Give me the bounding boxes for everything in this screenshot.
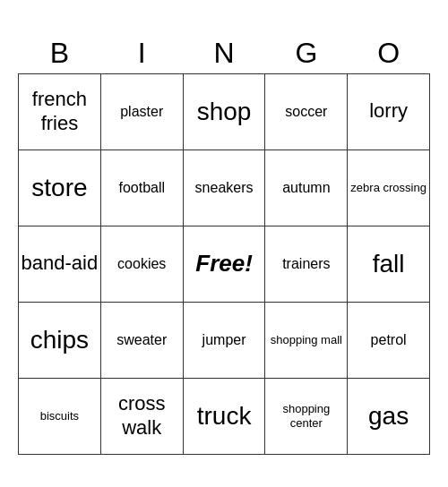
bingo-header-B: B xyxy=(19,33,101,74)
cell-text-0-0: french fries xyxy=(21,88,99,135)
bingo-cell-1-3: autumn xyxy=(265,150,348,226)
bingo-card: BINGO french friesplastershopsoccerlorry… xyxy=(18,33,430,455)
cell-text-0-1: plaster xyxy=(103,103,181,120)
cell-text-1-2: sneakers xyxy=(185,179,263,196)
cell-text-2-3: trainers xyxy=(267,255,345,272)
cell-text-4-3: shopping center xyxy=(267,402,345,430)
bingo-cell-4-2: truck xyxy=(183,378,265,454)
bingo-cell-4-3: shopping center xyxy=(265,378,348,454)
cell-text-3-3: shopping mall xyxy=(267,333,345,347)
cell-text-3-1: sweater xyxy=(103,331,181,348)
bingo-row-2: band-aidcookiesFree!trainersfall xyxy=(19,226,430,302)
bingo-cell-3-0: chips xyxy=(19,302,101,378)
bingo-header-O: O xyxy=(348,33,430,74)
bingo-cell-1-4: zebra crossing xyxy=(348,150,430,226)
bingo-cell-2-2: Free! xyxy=(183,226,265,302)
cell-text-4-0: biscuits xyxy=(21,409,99,423)
bingo-header-I: I xyxy=(100,33,183,74)
bingo-cell-0-0: french fries xyxy=(19,73,101,150)
bingo-row-3: chipssweaterjumpershopping mallpetrol xyxy=(19,302,430,378)
cell-text-0-2: shop xyxy=(185,97,263,127)
cell-text-3-4: petrol xyxy=(349,331,427,348)
bingo-cell-4-0: biscuits xyxy=(19,378,101,454)
bingo-cell-3-2: jumper xyxy=(183,302,265,378)
bingo-cell-0-2: shop xyxy=(183,73,265,150)
cell-text-3-0: chips xyxy=(21,325,99,355)
bingo-cell-4-4: gas xyxy=(348,378,430,454)
cell-text-2-0: band-aid xyxy=(21,252,99,275)
bingo-cell-2-3: trainers xyxy=(265,226,348,302)
cell-text-4-2: truck xyxy=(185,401,263,431)
cell-text-1-0: store xyxy=(21,173,99,203)
bingo-cell-0-3: soccer xyxy=(265,73,348,150)
bingo-row-4: biscuitscross walktruckshopping centerga… xyxy=(19,378,430,454)
cell-text-2-4: fall xyxy=(349,249,427,279)
bingo-cell-3-3: shopping mall xyxy=(265,302,348,378)
bingo-cell-0-1: plaster xyxy=(100,73,183,150)
bingo-cell-3-1: sweater xyxy=(100,302,183,378)
bingo-row-1: storefootballsneakersautumnzebra crossin… xyxy=(19,150,430,226)
cell-text-0-4: lorry xyxy=(349,99,427,123)
cell-text-0-3: soccer xyxy=(267,103,345,120)
bingo-cell-2-4: fall xyxy=(348,226,430,302)
cell-text-2-1: cookies xyxy=(103,255,181,272)
bingo-cell-1-2: sneakers xyxy=(183,150,265,226)
bingo-cell-1-0: store xyxy=(19,150,101,226)
bingo-cell-1-1: football xyxy=(100,150,183,226)
cell-text-1-3: autumn xyxy=(267,179,345,196)
cell-text-1-4: zebra crossing xyxy=(349,181,427,195)
bingo-header-N: N xyxy=(183,33,265,74)
cell-text-4-1: cross walk xyxy=(103,392,181,440)
bingo-header-G: G xyxy=(265,33,348,74)
bingo-cell-4-1: cross walk xyxy=(100,378,183,454)
cell-text-4-4: gas xyxy=(349,401,427,431)
cell-text-1-1: football xyxy=(103,179,181,196)
bingo-row-0: french friesplastershopsoccerlorry xyxy=(19,73,430,150)
bingo-cell-3-4: petrol xyxy=(348,302,430,378)
bingo-cell-2-1: cookies xyxy=(100,226,183,302)
bingo-cell-0-4: lorry xyxy=(348,73,430,150)
bingo-cell-2-0: band-aid xyxy=(19,226,101,302)
cell-text-3-2: jumper xyxy=(185,331,263,348)
